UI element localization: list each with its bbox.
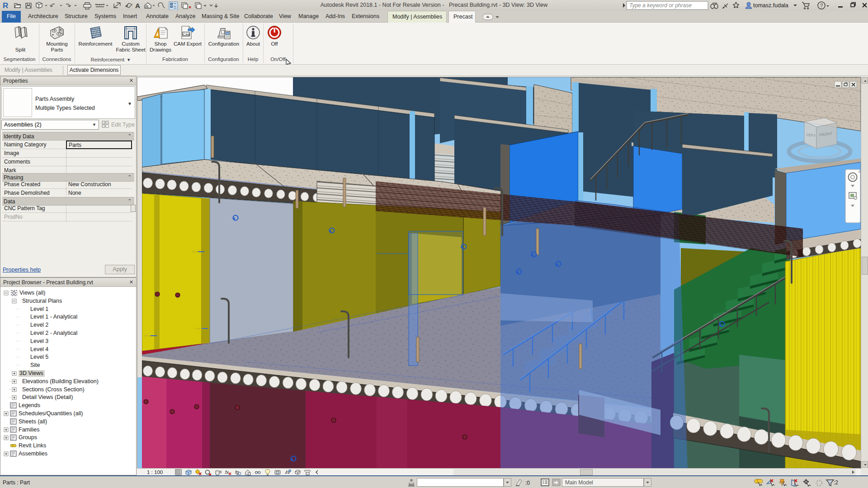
svg-text:Sheets (all): Sheets (all) bbox=[19, 418, 47, 425]
svg-text:Sections (Cross Section): Sections (Cross Section) bbox=[22, 386, 85, 393]
svg-text:Schedules/Quantities (all): Schedules/Quantities (all) bbox=[19, 410, 83, 417]
svg-text:Type a keyword or phrase: Type a keyword or phrase bbox=[629, 2, 692, 9]
svg-text::0: :0 bbox=[525, 480, 530, 486]
svg-text:tomasz.fudala: tomasz.fudala bbox=[753, 2, 788, 9]
svg-text:Revit Links: Revit Links bbox=[19, 442, 46, 449]
svg-text:Elevations (Building Elevation: Elevations (Building Elevation) bbox=[22, 378, 99, 385]
svg-text:Level 1 - Analytical: Level 1 - Analytical bbox=[30, 314, 77, 320]
svg-text:Level 3: Level 3 bbox=[30, 338, 48, 344]
svg-text:Level 1: Level 1 bbox=[30, 306, 48, 312]
svg-text:Level 5: Level 5 bbox=[30, 354, 48, 360]
svg-text:Level 2: Level 2 bbox=[30, 322, 48, 328]
svg-text:?: ? bbox=[820, 3, 823, 8]
svg-text:fx: fx bbox=[225, 470, 229, 475]
svg-text:CAM: CAM bbox=[183, 33, 190, 36]
svg-text:Structural Plans: Structural Plans bbox=[22, 298, 62, 304]
svg-text:3D Views: 3D Views bbox=[19, 370, 43, 376]
svg-text:Detail Views (Detail): Detail Views (Detail) bbox=[22, 394, 73, 400]
svg-text:Legends: Legends bbox=[19, 402, 40, 408]
svg-text:Level 2 - Analytical: Level 2 - Analytical bbox=[30, 330, 77, 336]
svg-text:Groups: Groups bbox=[19, 434, 37, 441]
svg-text:Families: Families bbox=[19, 427, 40, 433]
svg-text:Level 4: Level 4 bbox=[30, 346, 48, 352]
svg-text:Assemblies: Assemblies bbox=[19, 450, 47, 457]
svg-text:Views (all): Views (all) bbox=[19, 290, 45, 296]
svg-text:Site: Site bbox=[30, 362, 40, 368]
